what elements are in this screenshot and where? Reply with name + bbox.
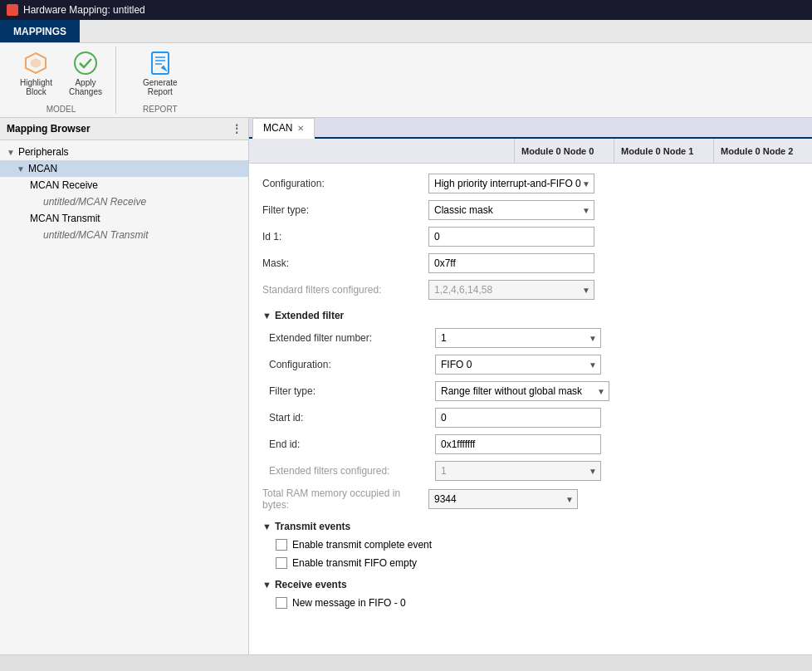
column-headers: Module 0 Node 0 Module 0 Node 1 Module 0… [249,139,812,164]
std-filters-configured-value: 1,2,4,6,14,58 [434,284,492,296]
apply-icon [72,50,99,76]
sidebar-menu-icon[interactable]: ⋮ [232,123,242,135]
ext-config-row: Configuration: FIFO 0 ▼ [262,351,799,378]
tab-mcan-label: MCAN [263,122,292,134]
ext-filter-number-label: Extended filter number: [269,332,435,344]
total-ram-value: 9344 [434,493,457,505]
std-filtertype-row: Filter type: Classic mask ▼ [262,197,799,223]
sidebar-tree: ▼ Peripherals ▼ MCAN MCAN Receive untitl… [0,140,248,654]
col-header-1: Module 0 Node 1 [614,139,714,163]
enable-transmit-fifo-row: Enable transmit FIFO empty [262,554,799,572]
peripherals-arrow: ▼ [7,148,15,157]
mcan-arrow: ▼ [17,164,25,174]
ext-filter-number-arrow: ▼ [589,334,597,343]
receive-events-section-label: Receive events [275,579,347,590]
title-text: Hardware Mapping: untitled [23,4,145,16]
title-bar: Hardware Mapping: untitled [0,0,812,20]
total-ram-label: Total RAM memory occupied in bytes: [262,487,428,511]
mcan-receive-path-label: untitled/MCAN Receive [43,196,146,208]
std-filters-configured-arrow: ▼ [582,286,590,295]
form-scroll: Configuration: High priority interrupt-a… [249,164,812,654]
report-section-label: REPORT [143,105,178,114]
ext-filtertype-value: Range filter without global mask [441,385,582,397]
std-config-value: High priority interrupt-and-FIFO 0 [434,178,581,189]
sidebar-item-mcan-receive[interactable]: MCAN Receive [0,177,248,193]
new-message-fifo-row: New message in FIFO - 0 [262,594,799,612]
toolbar-model-group: HighlightBlock ApplyChanges MODEL [7,47,116,114]
apply-changes-button[interactable]: ApplyChanges [62,47,109,100]
extended-filter-collapse-icon[interactable]: ▼ [262,311,271,321]
std-filtertype-select[interactable]: Classic mask ▼ [428,200,594,220]
svg-point-2 [75,52,96,74]
transmit-events-section-label: Transmit events [275,521,350,532]
ext-filter-number-select[interactable]: 1 ▼ [435,328,601,348]
content-area: MCAN ✕ Module 0 Node 0 Module 0 Node 1 M… [249,118,812,654]
receive-events-collapse-icon[interactable]: ▼ [262,580,271,590]
toolbar-report-group: GenerateReport REPORT [130,47,191,114]
enable-transmit-fifo-checkbox[interactable] [276,557,287,569]
sidebar-item-mcan-receive-path[interactable]: untitled/MCAN Receive [0,193,248,210]
ext-filters-configured-select: 1 ▼ [435,461,601,481]
std-mask-row: Mask: [262,250,799,277]
sidebar-title: Mapping Browser [7,123,90,135]
std-filtertype-arrow: ▼ [582,206,590,215]
total-ram-arrow: ▼ [565,495,574,504]
toolbar: HighlightBlock ApplyChanges MODEL [0,43,812,118]
generate-report-label: GenerateReport [143,78,178,96]
tab-close-icon[interactable]: ✕ [297,124,304,133]
ext-filtertype-label: Filter type: [269,385,435,397]
ext-filtertype-row: Filter type: Range filter without global… [262,378,799,404]
model-section-label: MODEL [46,105,76,114]
sidebar-item-mcan-transmit[interactable]: MCAN Transmit [0,210,248,227]
std-filtertype-label: Filter type: [262,204,428,216]
ext-startid-label: Start id: [269,412,435,424]
ext-config-label: Configuration: [269,359,435,370]
ext-filtertype-select[interactable]: Range filter without global mask ▼ [435,381,609,401]
transmit-events-section-header: ▼ Transmit events [262,514,799,536]
ext-endid-label: End id: [269,438,435,450]
ext-endid-input[interactable] [435,434,601,454]
app-icon [7,4,18,16]
enable-transmit-fifo-label: Enable transmit FIFO empty [292,557,417,569]
std-id1-input[interactable] [428,227,594,247]
tab-mcan[interactable]: MCAN ✕ [252,118,315,139]
std-config-arrow: ▼ [582,179,590,189]
generate-report-button[interactable]: GenerateReport [136,47,184,100]
highlight-block-button[interactable]: HighlightBlock [13,47,59,100]
std-filtertype-value: Classic mask [434,204,493,216]
std-mask-label: Mask: [262,257,428,269]
total-ram-row: Total RAM memory occupied in bytes: 9344… [262,484,799,514]
extended-filter-section-header: ▼ Extended filter [262,303,799,325]
std-filters-configured-label: Standard filters configured: [262,284,428,296]
std-config-row: Configuration: High priority interrupt-a… [262,170,799,197]
new-message-fifo-checkbox[interactable] [276,597,287,609]
ext-filters-configured-value: 1 [441,465,447,477]
std-mask-input[interactable] [428,253,594,273]
enable-transmit-complete-checkbox[interactable] [276,539,287,551]
main-layout: Mapping Browser ⋮ ▼ Peripherals ▼ MCAN M… [0,118,812,654]
ext-filter-number-row: Extended filter number: 1 ▼ [262,325,799,351]
mcan-receive-label: MCAN Receive [30,179,98,191]
ext-startid-input[interactable] [435,408,601,428]
std-config-select[interactable]: High priority interrupt-and-FIFO 0 ▼ [428,174,594,193]
sidebar-item-mcan-transmit-path[interactable]: untitled/MCAN Transmit [0,227,248,243]
tab-bar: MCAN ✕ [249,118,812,139]
receive-events-section-header: ▼ Receive events [262,572,799,594]
apply-changes-label: ApplyChanges [69,78,102,96]
sidebar-item-peripherals[interactable]: ▼ Peripherals [0,144,248,160]
ext-filters-configured-label: Extended filters configured: [269,465,435,477]
ext-filters-configured-row: Extended filters configured: 1 ▼ [262,458,799,484]
col-header-0: Module 0 Node 0 [515,139,614,163]
ext-filtertype-arrow: ▼ [597,387,605,396]
sidebar-item-mcan[interactable]: ▼ MCAN [0,160,248,177]
highlight-icon [22,50,49,76]
ext-config-select[interactable]: FIFO 0 ▼ [435,355,601,375]
ext-config-arrow: ▼ [589,360,597,370]
enable-transmit-complete-label: Enable transmit complete event [292,539,432,551]
new-message-fifo-label: New message in FIFO - 0 [292,597,406,609]
mappings-tab[interactable]: MAPPINGS [0,20,80,42]
std-id1-row: Id 1: [262,223,799,250]
transmit-events-collapse-icon[interactable]: ▼ [262,522,271,531]
ext-startid-row: Start id: [262,404,799,431]
std-id1-label: Id 1: [262,231,428,242]
